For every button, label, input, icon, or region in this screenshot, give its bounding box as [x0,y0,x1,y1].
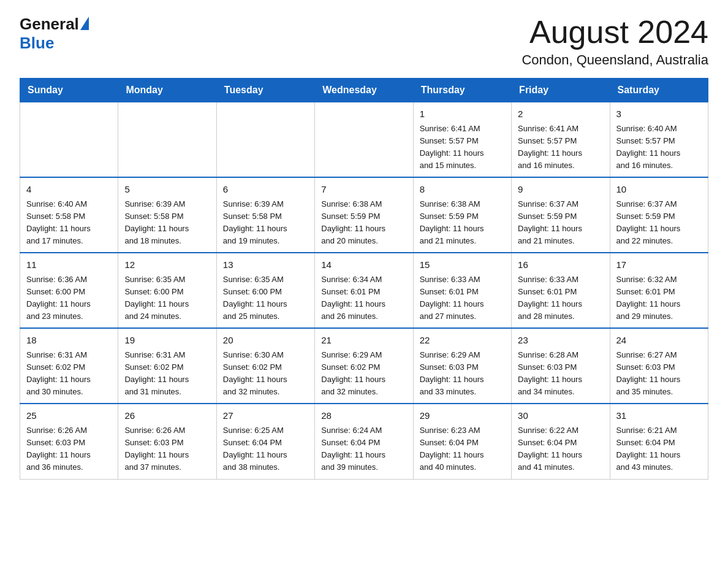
calendar-cell: 9Sunrise: 6:37 AMSunset: 5:59 PMDaylight… [512,177,610,253]
day-number: 5 [124,183,210,197]
calendar-cell: 14Sunrise: 6:34 AMSunset: 6:01 PMDayligh… [315,253,413,328]
calendar-week-1: 1Sunrise: 6:41 AMSunset: 5:57 PMDaylight… [20,102,708,178]
day-info: Sunrise: 6:25 AMSunset: 6:04 PMDaylight:… [223,424,308,474]
calendar-cell: 30Sunrise: 6:22 AMSunset: 6:04 PMDayligh… [512,404,610,479]
day-info: Sunrise: 6:34 AMSunset: 6:01 PMDaylight:… [321,274,406,323]
day-info: Sunrise: 6:27 AMSunset: 6:03 PMDaylight:… [616,349,702,399]
calendar-cell: 6Sunrise: 6:39 AMSunset: 5:58 PMDaylight… [216,177,314,253]
day-info: Sunrise: 6:33 AMSunset: 6:01 PMDaylight:… [518,274,603,323]
calendar-header-saturday: Saturday [610,79,708,102]
day-number: 18 [26,334,112,348]
calendar-cell: 24Sunrise: 6:27 AMSunset: 6:03 PMDayligh… [610,328,708,404]
day-info: Sunrise: 6:31 AMSunset: 6:02 PMDaylight:… [26,349,112,399]
day-number: 22 [420,334,505,348]
day-number: 12 [124,258,210,272]
calendar-header-wednesday: Wednesday [315,79,413,102]
day-info: Sunrise: 6:21 AMSunset: 6:04 PMDaylight:… [616,424,702,474]
day-number: 13 [223,258,308,272]
calendar-week-4: 18Sunrise: 6:31 AMSunset: 6:02 PMDayligh… [20,328,708,404]
calendar-cell: 22Sunrise: 6:29 AMSunset: 6:03 PMDayligh… [413,328,511,404]
day-info: Sunrise: 6:32 AMSunset: 6:01 PMDaylight:… [616,274,702,323]
day-number: 4 [26,183,112,197]
calendar-cell: 31Sunrise: 6:21 AMSunset: 6:04 PMDayligh… [610,404,708,479]
day-info: Sunrise: 6:41 AMSunset: 5:57 PMDaylight:… [420,123,505,172]
day-info: Sunrise: 6:31 AMSunset: 6:02 PMDaylight:… [124,349,210,399]
day-number: 20 [223,334,308,348]
day-info: Sunrise: 6:41 AMSunset: 5:57 PMDaylight:… [518,123,603,172]
calendar-cell: 16Sunrise: 6:33 AMSunset: 6:01 PMDayligh… [512,253,610,328]
day-number: 11 [26,258,112,272]
day-number: 3 [616,107,702,121]
calendar-header-tuesday: Tuesday [216,79,314,102]
logo-general: General [20,15,79,34]
day-number: 25 [26,409,112,423]
day-number: 23 [518,334,603,348]
day-number: 24 [616,334,702,348]
day-number: 10 [616,183,702,197]
day-info: Sunrise: 6:39 AMSunset: 5:58 PMDaylight:… [124,198,210,248]
calendar-cell: 27Sunrise: 6:25 AMSunset: 6:04 PMDayligh… [216,404,314,479]
day-info: Sunrise: 6:35 AMSunset: 6:00 PMDaylight:… [223,274,308,323]
calendar-cell [315,102,413,178]
day-number: 7 [321,183,406,197]
calendar-cell: 25Sunrise: 6:26 AMSunset: 6:03 PMDayligh… [20,404,118,479]
day-info: Sunrise: 6:29 AMSunset: 6:03 PMDaylight:… [420,349,505,399]
logo: General Blue [20,15,89,53]
day-info: Sunrise: 6:40 AMSunset: 5:58 PMDaylight:… [26,198,112,248]
day-info: Sunrise: 6:38 AMSunset: 5:59 PMDaylight:… [420,198,505,248]
day-number: 8 [420,183,505,197]
day-number: 29 [420,409,505,423]
calendar-cell: 17Sunrise: 6:32 AMSunset: 6:01 PMDayligh… [610,253,708,328]
day-number: 19 [124,334,210,348]
day-number: 14 [321,258,406,272]
calendar-cell: 26Sunrise: 6:26 AMSunset: 6:03 PMDayligh… [118,404,216,479]
logo-triangle-icon [80,17,89,30]
calendar-cell: 11Sunrise: 6:36 AMSunset: 6:00 PMDayligh… [20,253,118,328]
day-info: Sunrise: 6:40 AMSunset: 5:57 PMDaylight:… [616,123,702,172]
day-number: 1 [420,107,505,121]
day-number: 9 [518,183,603,197]
location-subtitle: Condon, Queensland, Australia [521,52,708,68]
calendar-cell: 2Sunrise: 6:41 AMSunset: 5:57 PMDaylight… [512,102,610,178]
day-info: Sunrise: 6:30 AMSunset: 6:02 PMDaylight:… [223,349,308,399]
calendar-cell: 8Sunrise: 6:38 AMSunset: 5:59 PMDaylight… [413,177,511,253]
calendar-cell: 19Sunrise: 6:31 AMSunset: 6:02 PMDayligh… [118,328,216,404]
day-number: 21 [321,334,406,348]
day-number: 31 [616,409,702,423]
day-info: Sunrise: 6:37 AMSunset: 5:59 PMDaylight:… [518,198,603,248]
day-info: Sunrise: 6:35 AMSunset: 6:00 PMDaylight:… [124,274,210,323]
calendar-cell: 7Sunrise: 6:38 AMSunset: 5:59 PMDaylight… [315,177,413,253]
page-header: General Blue August 2024 Condon, Queensl… [20,15,708,68]
day-info: Sunrise: 6:28 AMSunset: 6:03 PMDaylight:… [518,349,603,399]
calendar-cell: 28Sunrise: 6:24 AMSunset: 6:04 PMDayligh… [315,404,413,479]
day-info: Sunrise: 6:26 AMSunset: 6:03 PMDaylight:… [124,424,210,474]
calendar-cell: 20Sunrise: 6:30 AMSunset: 6:02 PMDayligh… [216,328,314,404]
calendar-week-3: 11Sunrise: 6:36 AMSunset: 6:00 PMDayligh… [20,253,708,328]
calendar-cell: 29Sunrise: 6:23 AMSunset: 6:04 PMDayligh… [413,404,511,479]
day-number: 30 [518,409,603,423]
calendar-cell: 1Sunrise: 6:41 AMSunset: 5:57 PMDaylight… [413,102,511,178]
day-number: 2 [518,107,603,121]
calendar-cell: 4Sunrise: 6:40 AMSunset: 5:58 PMDaylight… [20,177,118,253]
day-info: Sunrise: 6:33 AMSunset: 6:01 PMDaylight:… [420,274,505,323]
calendar-cell: 13Sunrise: 6:35 AMSunset: 6:00 PMDayligh… [216,253,314,328]
calendar-cell [216,102,314,178]
calendar-cell: 18Sunrise: 6:31 AMSunset: 6:02 PMDayligh… [20,328,118,404]
day-info: Sunrise: 6:22 AMSunset: 6:04 PMDaylight:… [518,424,603,474]
title-section: August 2024 Condon, Queensland, Australi… [521,15,708,68]
calendar-table: SundayMondayTuesdayWednesdayThursdayFrid… [20,78,708,479]
day-info: Sunrise: 6:24 AMSunset: 6:04 PMDaylight:… [321,424,406,474]
calendar-header-row: SundayMondayTuesdayWednesdayThursdayFrid… [20,79,708,102]
calendar-cell: 12Sunrise: 6:35 AMSunset: 6:00 PMDayligh… [118,253,216,328]
day-info: Sunrise: 6:29 AMSunset: 6:02 PMDaylight:… [321,349,406,399]
calendar-week-2: 4Sunrise: 6:40 AMSunset: 5:58 PMDaylight… [20,177,708,253]
day-number: 16 [518,258,603,272]
calendar-cell [118,102,216,178]
calendar-cell: 23Sunrise: 6:28 AMSunset: 6:03 PMDayligh… [512,328,610,404]
calendar-cell: 15Sunrise: 6:33 AMSunset: 6:01 PMDayligh… [413,253,511,328]
calendar-header-friday: Friday [512,79,610,102]
logo-blue: Blue [20,34,89,53]
calendar-cell [20,102,118,178]
day-number: 6 [223,183,308,197]
day-info: Sunrise: 6:39 AMSunset: 5:58 PMDaylight:… [223,198,308,248]
